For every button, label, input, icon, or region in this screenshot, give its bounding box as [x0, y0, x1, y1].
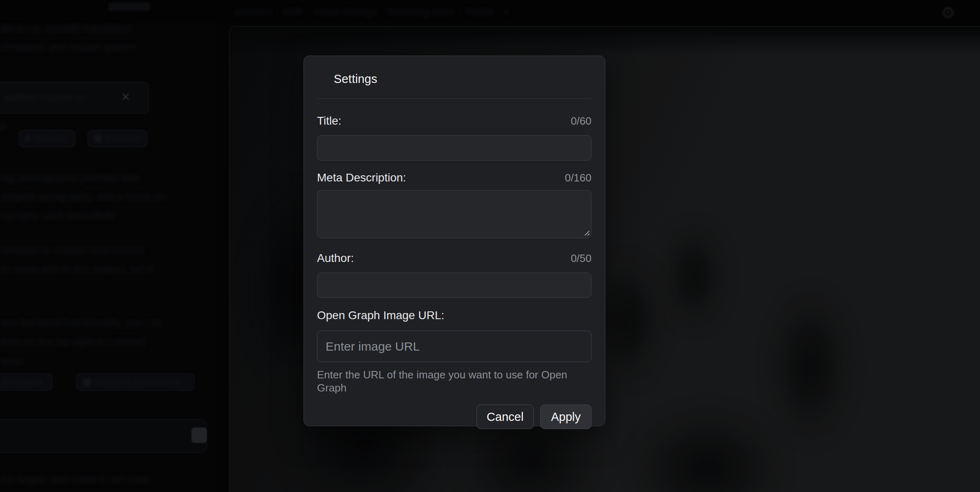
author-input[interactable] [317, 273, 591, 298]
meta-description-counter: 0/160 [565, 171, 591, 185]
modal-title: Settings [334, 72, 591, 86]
meta-description-textarea[interactable] [317, 190, 591, 238]
og-image-url-label: Open Graph Image URL: [317, 309, 444, 322]
author-counter: 0/50 [571, 251, 591, 265]
meta-description-label: Meta Description: [317, 171, 406, 185]
og-image-url-helper: Enter the URL of the image you want to u… [317, 368, 591, 394]
author-label: Author: [317, 251, 354, 265]
divider [317, 98, 591, 99]
title-label: Title: [317, 114, 342, 128]
apply-button[interactable]: Apply [540, 405, 591, 429]
title-counter: 0/60 [571, 114, 591, 128]
cancel-button[interactable]: Cancel [477, 405, 534, 429]
settings-modal: Settings Title: 0/60 Meta Description: 0… [303, 56, 605, 426]
title-input[interactable] [317, 135, 591, 161]
og-image-url-input[interactable] [317, 331, 591, 362]
